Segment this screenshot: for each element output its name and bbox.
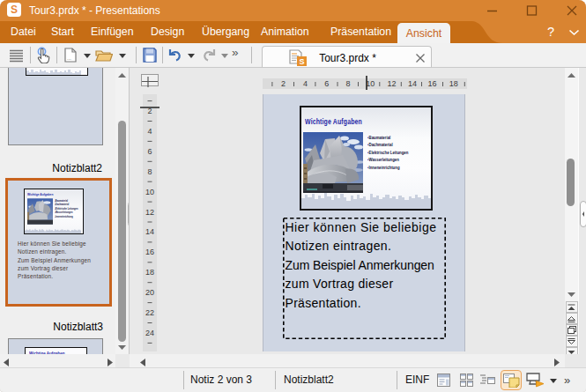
svg-text:...: ...	[67, 55, 71, 61]
